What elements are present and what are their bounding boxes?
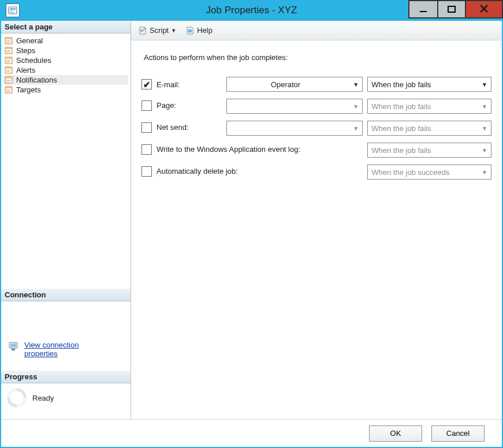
svg-rect-5 bbox=[5, 38, 12, 39]
checkbox-icon bbox=[141, 100, 152, 111]
netsend-label: Net send: bbox=[157, 123, 189, 132]
email-operator-dropdown[interactable]: Operator ▼ bbox=[226, 77, 363, 92]
page-item-label: Notifications bbox=[16, 76, 57, 84]
page-icon bbox=[5, 76, 14, 84]
progress-header: Progress bbox=[1, 371, 131, 383]
chevron-down-icon: ▼ bbox=[353, 125, 359, 132]
page-operator-dropdown: ▼ bbox=[226, 99, 363, 114]
cancel-button[interactable]: Cancel bbox=[431, 425, 485, 442]
svg-rect-1 bbox=[10, 8, 16, 10]
page-item-steps[interactable]: Steps bbox=[3, 46, 128, 55]
notification-options-table: E-mail: Operator ▼ When the job fails bbox=[141, 70, 491, 186]
page-item-general[interactable]: General bbox=[3, 36, 128, 46]
content-heading: Actions to perform when the job complete… bbox=[144, 53, 491, 62]
page-label: Page: bbox=[157, 101, 176, 110]
eventlog-condition-dropdown: When the job fails ▼ bbox=[367, 143, 491, 158]
progress-spinner-icon bbox=[7, 388, 27, 408]
dialog-button-bar: OK Cancel bbox=[1, 419, 502, 447]
page-checkbox[interactable]: Page: bbox=[141, 100, 176, 111]
chevron-down-icon: ▼ bbox=[171, 28, 176, 33]
svg-rect-13 bbox=[5, 77, 12, 79]
autodelete-label: Automatically delete job: bbox=[157, 167, 238, 176]
eventlog-condition-value: When the job fails bbox=[371, 146, 431, 155]
view-connection-properties-link[interactable]: View connection properties bbox=[24, 341, 79, 358]
page-item-alerts[interactable]: Alerts bbox=[3, 65, 128, 75]
toolbar: Script ▼ ? Help bbox=[131, 21, 502, 40]
link-line-1: View connection bbox=[24, 341, 79, 349]
chevron-down-icon: ▼ bbox=[482, 147, 487, 154]
dialog-frame: Select a page General Steps bbox=[0, 21, 503, 448]
checkbox-icon bbox=[141, 122, 152, 133]
server-icon bbox=[8, 341, 20, 352]
title-bar: Job Properties - XYZ ✕ bbox=[0, 0, 503, 21]
svg-rect-9 bbox=[5, 57, 12, 59]
netsend-condition-value: When the job fails bbox=[371, 124, 431, 133]
help-button[interactable]: ? Help bbox=[183, 25, 215, 36]
netsend-checkbox[interactable]: Net send: bbox=[141, 122, 189, 133]
script-button[interactable]: Script ▼ bbox=[136, 25, 178, 36]
page-item-notifications[interactable]: Notifications bbox=[3, 75, 128, 85]
email-checkbox[interactable]: E-mail: bbox=[141, 79, 180, 89]
svg-rect-15 bbox=[5, 87, 12, 88]
row-autodelete: Automatically delete job: When the job s… bbox=[141, 165, 491, 180]
row-page: Page: ▼ When the job fails bbox=[141, 99, 491, 114]
window-controls: ✕ bbox=[408, 0, 503, 21]
email-condition-dropdown[interactable]: When the job fails ▼ bbox=[367, 77, 491, 92]
script-label: Script bbox=[150, 26, 169, 35]
page-condition-value: When the job fails bbox=[371, 102, 431, 111]
checkbox-icon bbox=[141, 79, 152, 89]
autodelete-condition-value: When the job succeeds bbox=[371, 168, 449, 177]
checkbox-icon bbox=[141, 144, 152, 155]
netsend-condition-dropdown: When the job fails ▼ bbox=[367, 121, 491, 136]
svg-rect-11 bbox=[5, 67, 12, 69]
svg-rect-3 bbox=[10, 12, 14, 13]
left-pane: Select a page General Steps bbox=[1, 21, 131, 419]
page-item-label: General bbox=[16, 36, 43, 45]
script-icon bbox=[138, 26, 147, 35]
page-item-schedules[interactable]: Schedules bbox=[3, 55, 128, 65]
page-item-label: Steps bbox=[16, 46, 35, 55]
main-pane: Script ▼ ? Help Actions to perform whe bbox=[131, 21, 502, 419]
app-icon bbox=[6, 3, 20, 17]
page-icon bbox=[5, 57, 14, 65]
row-email: E-mail: Operator ▼ When the job fails bbox=[141, 77, 491, 92]
page-condition-dropdown: When the job fails ▼ bbox=[367, 99, 491, 114]
chevron-down-icon: ▼ bbox=[482, 81, 487, 88]
page-item-targets[interactable]: Targets bbox=[3, 85, 128, 95]
email-label: E-mail: bbox=[157, 80, 180, 89]
netsend-operator-dropdown: ▼ bbox=[226, 121, 363, 136]
dialog-client: Select a page General Steps bbox=[1, 21, 502, 419]
autodelete-condition-dropdown: When the job succeeds ▼ bbox=[367, 165, 491, 180]
page-list: General Steps Schedules bbox=[1, 33, 131, 97]
progress-body: Ready bbox=[1, 383, 131, 419]
chevron-down-icon: ▼ bbox=[482, 125, 487, 132]
page-icon bbox=[5, 47, 14, 55]
page-icon bbox=[5, 66, 14, 74]
row-eventlog: Write to the Windows Application event l… bbox=[141, 143, 491, 158]
minimize-button[interactable] bbox=[408, 0, 437, 18]
svg-rect-7 bbox=[5, 47, 12, 49]
eventlog-checkbox[interactable]: Write to the Windows Application event l… bbox=[141, 144, 300, 155]
svg-rect-2 bbox=[10, 10, 13, 12]
page-icon bbox=[5, 86, 14, 94]
page-item-label: Schedules bbox=[16, 56, 51, 65]
link-line-2: properties bbox=[24, 349, 58, 358]
email-condition-value: When the job fails bbox=[371, 80, 431, 89]
chevron-down-icon: ▼ bbox=[353, 103, 359, 110]
notifications-content: Actions to perform when the job complete… bbox=[131, 40, 502, 419]
page-item-label: Targets bbox=[16, 85, 41, 94]
select-page-header: Select a page bbox=[1, 21, 131, 33]
maximize-button[interactable] bbox=[437, 0, 466, 18]
help-label: Help bbox=[197, 26, 213, 35]
page-item-label: Alerts bbox=[16, 66, 35, 74]
chevron-down-icon: ▼ bbox=[353, 81, 359, 88]
svg-rect-17 bbox=[10, 344, 16, 347]
eventlog-label: Write to the Windows Application event l… bbox=[157, 145, 300, 154]
ok-button[interactable]: OK bbox=[369, 425, 422, 442]
chevron-down-icon: ▼ bbox=[482, 103, 487, 110]
autodelete-checkbox[interactable]: Automatically delete job: bbox=[141, 166, 238, 177]
connection-header: Connection bbox=[1, 289, 131, 301]
close-button[interactable]: ✕ bbox=[466, 0, 503, 18]
connection-body: View connection properties bbox=[1, 301, 131, 371]
progress-status: Ready bbox=[32, 394, 54, 402]
